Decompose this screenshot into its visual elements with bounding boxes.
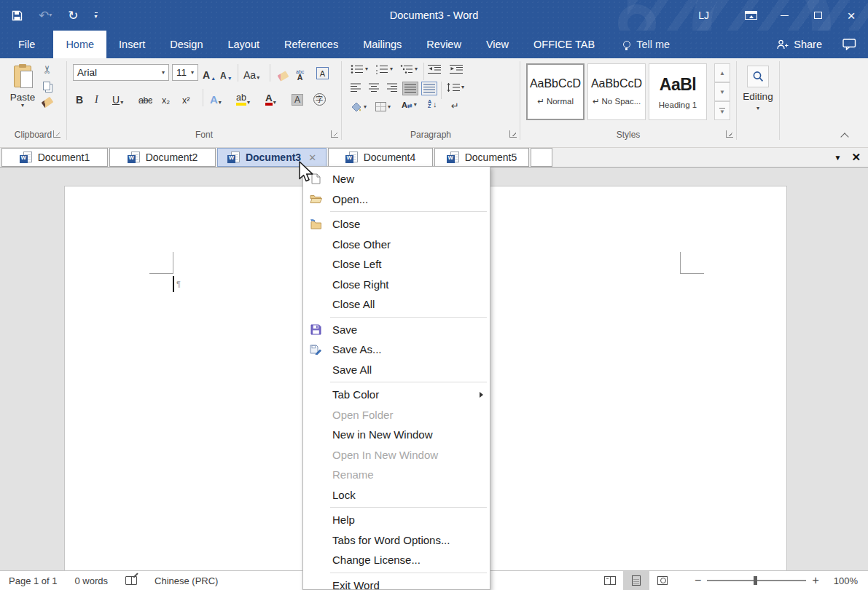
styles-scroll-up-icon[interactable]: ▲ (714, 63, 730, 82)
bullets-button[interactable]: ▾ (351, 64, 368, 74)
tab-review[interactable]: Review (414, 31, 474, 58)
tab-office-tab[interactable]: OFFICE TAB (521, 31, 607, 58)
format-painter-button[interactable] (41, 98, 54, 107)
text-effects-button[interactable]: A▾ (210, 89, 222, 106)
style-heading-1[interactable]: AaBl Heading 1 (649, 63, 707, 120)
superscript-button[interactable]: x² (182, 89, 189, 106)
page-indicator[interactable]: Page 1 of 1 (0, 571, 66, 590)
doc-tab-document5[interactable]: Document5 (434, 148, 529, 167)
phonetic-guide-button[interactable]: abcA (296, 63, 304, 79)
distributed-button[interactable] (422, 82, 437, 95)
tab-design[interactable]: Design (157, 31, 215, 58)
line-spacing-button[interactable]: ▾ (447, 82, 464, 93)
shrink-font-button[interactable]: A▼ (220, 64, 232, 81)
show-hide-marks-button[interactable]: ↵ (451, 101, 459, 111)
menu-item-close-right[interactable]: Close Right (303, 275, 490, 295)
grow-font-button[interactable]: A▲ (203, 64, 216, 81)
customize-quick-access-icon[interactable]: ▾ (95, 12, 98, 19)
menu-item-close[interactable]: Close (303, 214, 490, 235)
cut-button[interactable]: ✂ (41, 63, 54, 76)
minimize-button[interactable] (767, 0, 801, 31)
font-color-button[interactable]: A▾ (265, 89, 276, 106)
language-indicator[interactable]: Chinese (PRC) (146, 571, 227, 590)
menu-item-new[interactable]: New (303, 169, 490, 189)
numbering-button[interactable]: ▾ (375, 64, 393, 74)
close-button[interactable]: × (834, 0, 868, 31)
save-icon[interactable] (12, 10, 23, 21)
zoom-slider-handle[interactable] (754, 576, 757, 585)
character-shading-button[interactable]: A (292, 89, 303, 106)
italic-button[interactable]: I (95, 89, 98, 106)
tell-me-box[interactable]: Tell me (623, 31, 670, 58)
increase-indent-button[interactable] (450, 64, 463, 74)
tab-list-dropdown-icon[interactable]: ▼ (834, 154, 842, 162)
zoom-in-button[interactable]: + (806, 574, 824, 587)
highlight-button[interactable]: ab▾ (236, 89, 250, 106)
paragraph-dialog-launcher-icon[interactable] (509, 130, 517, 138)
change-case-button[interactable]: Aa▾ (243, 64, 259, 81)
zoom-out-button[interactable]: − (689, 574, 707, 587)
zoom-slider[interactable] (707, 580, 806, 581)
tab-layout[interactable]: Layout (215, 31, 272, 58)
character-border-button[interactable]: A (316, 63, 329, 79)
borders-button[interactable]: ▾ (375, 102, 391, 111)
zoom-level[interactable]: 100% (825, 575, 868, 586)
maximize-button[interactable] (801, 0, 834, 31)
comments-icon[interactable] (842, 31, 856, 58)
menu-item-open[interactable]: Open... (303, 189, 490, 210)
font-size-combo[interactable]: 11▾ (172, 64, 198, 81)
align-left-button[interactable] (351, 83, 362, 93)
collapse-ribbon-icon[interactable] (840, 133, 848, 141)
enclose-characters-button[interactable]: 字 (313, 89, 326, 106)
decrease-indent-button[interactable] (428, 64, 441, 74)
font-name-combo[interactable]: Arial▾ (73, 64, 169, 81)
shading-button[interactable]: ▾ (351, 102, 367, 112)
menu-item-save-all[interactable]: Save All (303, 360, 490, 380)
menu-item-new-in-new-window[interactable]: New in New Window (303, 425, 490, 445)
styles-more-icon[interactable]: ▼ (714, 101, 730, 120)
tab-view[interactable]: View (474, 31, 521, 58)
styles-dialog-launcher-icon[interactable] (726, 130, 733, 138)
tab-file[interactable]: File (0, 31, 53, 58)
user-initials[interactable]: LJ (698, 9, 709, 21)
doc-tab-document1[interactable]: Document1 (1, 148, 108, 167)
tab-references[interactable]: References (272, 31, 351, 58)
redo-icon[interactable]: ↻ (68, 8, 78, 23)
menu-item-close-all[interactable]: Close All (303, 294, 490, 315)
clear-formatting-button[interactable] (277, 64, 289, 81)
menu-item-exit-word[interactable]: Exit Word (303, 575, 490, 590)
align-center-button[interactable] (368, 83, 380, 93)
menu-item-save[interactable]: Save (303, 320, 490, 340)
paste-button[interactable]: Paste ▾ (6, 63, 39, 127)
menu-item-help[interactable]: Help (303, 510, 490, 530)
multilevel-list-button[interactable]: ▾ (400, 64, 418, 74)
doc-tab-document4[interactable]: Document4 (328, 148, 433, 167)
tab-home[interactable]: Home (53, 31, 106, 58)
sort-button[interactable]: AZ↓ (428, 100, 437, 109)
new-tab-stub[interactable] (531, 148, 552, 167)
word-count[interactable]: 0 words (66, 571, 117, 590)
style-normal[interactable]: AaBbCcD ↵ Normal (526, 63, 584, 120)
styles-scroll-down-icon[interactable]: ▼ (714, 82, 730, 101)
read-mode-button[interactable] (597, 571, 623, 590)
font-dialog-launcher-icon[interactable] (331, 130, 338, 138)
align-right-button[interactable] (386, 83, 397, 93)
print-layout-button[interactable] (623, 571, 649, 590)
subscript-button[interactable]: x₂ (162, 89, 170, 106)
bold-button[interactable]: B (76, 89, 83, 106)
doc-tab-document2[interactable]: Document2 (109, 148, 216, 167)
copy-button[interactable] (41, 80, 54, 93)
style-no-spacing[interactable]: AaBbCcD ↵ No Spac... (587, 63, 646, 120)
menu-item-close-left[interactable]: Close Left (303, 254, 490, 275)
proofing-status[interactable] (117, 571, 146, 590)
strikethrough-button[interactable]: abc (138, 89, 152, 106)
menu-item-save-as[interactable]: Save As... (303, 339, 490, 360)
web-layout-button[interactable] (649, 571, 676, 590)
tab-mailings[interactable]: Mailings (351, 31, 414, 58)
ribbon-display-options-button[interactable] (734, 0, 767, 31)
menu-item-tabs-for-word-options[interactable]: Tabs for Word Options... (303, 530, 490, 551)
share-button[interactable]: Share (776, 31, 822, 58)
menu-item-tab-color[interactable]: Tab Color (303, 385, 490, 405)
undo-icon[interactable]: ↶▾ (39, 8, 52, 23)
menu-item-close-other[interactable]: Close Other (303, 235, 490, 255)
